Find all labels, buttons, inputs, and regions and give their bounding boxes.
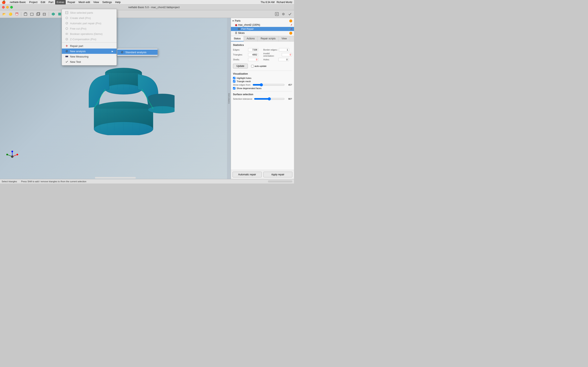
show-degenerated-checkbox[interactable] — [233, 87, 235, 90]
svg-rect-2 — [30, 13, 33, 16]
toolbar-box1[interactable] — [23, 11, 28, 17]
auto-update-checkbox[interactable] — [251, 65, 254, 67]
triangles-value: 4892 — [248, 53, 258, 56]
menu-create-shell[interactable]: Create shell (Pro) — [62, 15, 117, 21]
menubar-netfabb[interactable]: netfabb Basic — [8, 0, 27, 4]
tree-item-part-repair[interactable]: ➕ Part Repair ✓ ✗ — [231, 27, 294, 31]
menu-new-test[interactable]: New Test — [62, 59, 117, 64]
tree-parts-action-icon: 🟠 — [289, 19, 292, 22]
viewport-scrollbar[interactable] — [95, 177, 136, 179]
toolbar-open[interactable]: 📂 — [1, 11, 7, 17]
tree-mac-chord2-label: mac_chord2 (100%) — [238, 24, 260, 26]
minimize-button[interactable] — [6, 6, 9, 8]
tab-view[interactable]: View — [279, 36, 290, 42]
menu-slice-selected[interactable]: Slice selected parts — [62, 10, 117, 15]
svg-point-67 — [6, 154, 8, 155]
titlebar: netfabb Basic 5.0 - mac_chord2.fabbproje… — [0, 4, 294, 10]
tree-close-icon[interactable]: ✗ — [291, 24, 292, 26]
tab-actions[interactable]: Actions — [244, 36, 258, 42]
apple-menu[interactable]: 🍎 — [2, 0, 6, 4]
toolbar-yellow[interactable]: 🟡 — [8, 11, 13, 17]
menu-new-analysis[interactable]: New analysis ▶ Standard analysis — [62, 49, 117, 54]
toolbar-export[interactable] — [274, 11, 280, 17]
tree-slices-action-icon: 🟠 — [289, 32, 292, 35]
menu-boolean[interactable]: Boolean operations (Demo) — [62, 31, 117, 36]
update-button[interactable]: Update — [233, 64, 248, 68]
right-panel: ▾ Parts 🟠 ⬤ mac_chord2 (100%) ✗ ➕ — [231, 18, 294, 179]
tree-slices-actions: 🟠 — [289, 32, 292, 35]
show-edges-row: Show edges from 45? — [233, 83, 292, 86]
menu-shell-label: Create shell (Pro) — [70, 17, 91, 20]
boolean-icon — [65, 32, 68, 35]
menu-new-measuring[interactable]: New Measuring — [62, 54, 117, 59]
toolbar-box2[interactable] — [29, 11, 35, 17]
menu-free-cut-label: Free cut (Pro) — [70, 27, 86, 30]
statusbar-scrollbar[interactable] — [268, 180, 292, 183]
toolbar-box3[interactable] — [35, 11, 41, 17]
menubar-repair[interactable]: Repair — [66, 0, 77, 4]
edges-slider[interactable] — [252, 83, 285, 86]
menubar-help[interactable]: Help — [113, 0, 122, 4]
menu-free-cut[interactable]: Free cut (Pro) — [62, 26, 117, 31]
submenu-standard-analysis[interactable]: Standard analysis — [117, 50, 158, 55]
toolbar-checkmark[interactable] — [287, 11, 293, 17]
tab-status[interactable]: Status — [231, 36, 244, 42]
tab-repair-scripts[interactable]: Repair scripts — [258, 36, 278, 42]
tree-item-mac-chord2[interactable]: ⬤ mac_chord2 (100%) ✗ — [231, 23, 294, 27]
statusbar: Select triangles Press Shift to add / re… — [0, 179, 294, 184]
toolbar-settings[interactable] — [281, 11, 286, 17]
menu-repair-part-label: Repair part — [70, 44, 83, 48]
menu-z-compensation[interactable]: Z Z-Compensation (Pro) — [62, 36, 117, 42]
tree-parts-actions: 🟠 — [289, 19, 292, 22]
menubar-view[interactable]: View — [92, 0, 101, 4]
svg-rect-5 — [43, 13, 45, 16]
toolbar-box4[interactable] — [42, 11, 47, 17]
highlight-holes-checkbox[interactable] — [233, 77, 235, 79]
menubar-mesh-edit[interactable]: Mesh edit — [77, 0, 92, 4]
highlight-holes-row: Highlight holes — [233, 77, 292, 79]
show-edges-label: Show edges from — [233, 83, 251, 86]
toolbar-sep-2 — [49, 12, 49, 16]
menubar-project[interactable]: Project — [27, 0, 39, 4]
extras-menu[interactable]: Slice selected parts Create shell (Pro) … — [62, 9, 117, 66]
apply-repair-button[interactable]: Apply repair — [263, 172, 293, 177]
menu-auto-repair[interactable]: Automatic part repair (Pro) — [62, 21, 117, 26]
menu-repair-part[interactable]: Repair part — [62, 43, 117, 49]
statusbar-right: Press Shift to add / remove triangles to… — [21, 180, 86, 183]
tree-x-icon[interactable]: ✗ — [291, 28, 292, 30]
triangle-mesh-row: Triangle mesh — [233, 80, 292, 83]
free-cut-icon — [65, 27, 68, 30]
menubar-part[interactable]: Part — [47, 0, 55, 4]
svg-rect-82 — [66, 56, 68, 57]
tolerance-slider[interactable] — [254, 98, 285, 100]
edges-slider-value: 45? — [286, 83, 292, 86]
menubar-extras[interactable]: Extras — [55, 0, 66, 4]
tree-item-slices[interactable]: ☰ Slices 🟠 — [231, 31, 294, 35]
menu-boolean-label: Boolean operations (Demo) — [70, 33, 103, 35]
triangles-label: Triangles: — [233, 53, 247, 56]
svg-point-23 — [283, 14, 284, 15]
triangle-mesh-checkbox[interactable] — [233, 80, 235, 83]
standard-analysis-icon — [121, 50, 124, 54]
stat-edges: Edges: 7338 — [233, 48, 262, 51]
context-area-label: Context area — [228, 93, 230, 104]
3d-model-svg — [56, 54, 174, 135]
close-button[interactable] — [2, 6, 5, 8]
statusbar-left: Select triangles — [2, 180, 17, 183]
toolbar-green-hex[interactable] — [51, 11, 56, 17]
svg-rect-0 — [24, 13, 27, 16]
toolbar-clock[interactable]: ⏰ — [14, 11, 20, 17]
invalid-orient-value: 0 — [282, 53, 292, 56]
auto-update-label: auto-update — [251, 65, 267, 67]
svg-marker-7 — [52, 13, 55, 16]
shell-icon — [65, 16, 68, 20]
submenu[interactable]: Standard analysis — [117, 49, 158, 56]
menubar-settings[interactable]: Settings — [101, 0, 113, 4]
menubar-edit[interactable]: Edit — [39, 0, 47, 4]
invalid-orient-label: invalid orientation: — [263, 52, 281, 57]
automatic-repair-button[interactable]: Automatic repair — [233, 172, 262, 177]
maximize-button[interactable] — [10, 6, 13, 8]
tree-parts-label: Parts — [235, 19, 241, 22]
svg-point-71 — [66, 17, 68, 19]
tree-item-parts[interactable]: ▾ Parts 🟠 — [231, 19, 294, 23]
